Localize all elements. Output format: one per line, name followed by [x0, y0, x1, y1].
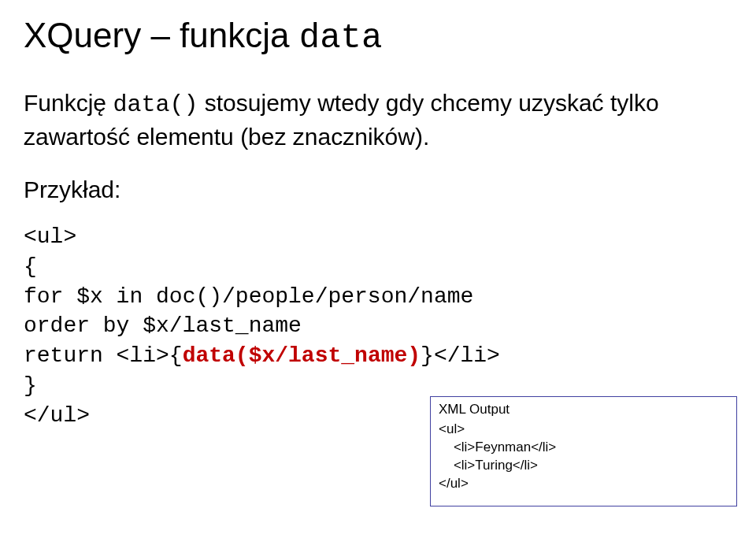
example-label: Przykład: [24, 176, 732, 203]
code-line-4: order by $x/last_name [24, 314, 302, 338]
description-paragraph: Funkcję data() stosujemy wtedy gdy chcem… [24, 87, 732, 153]
title-text: XQuery – funkcja [24, 16, 299, 54]
output-line-3: <li>Turing</li> [439, 458, 538, 473]
code-line-1: <ul> [24, 224, 76, 249]
output-title: XML Output [439, 402, 728, 417]
code-line-3: for $x in doc()/people/person/name [24, 284, 473, 309]
xml-output-box: XML Output <ul> <li>Feynman</li> <li>Tur… [430, 396, 737, 506]
output-code: <ul> <li>Feynman</li> <li>Turing</li> </… [439, 421, 728, 493]
output-line-2: <li>Feynman</li> [439, 440, 556, 455]
output-line-1: <ul> [439, 421, 465, 436]
title-code: data [299, 18, 383, 58]
code-line-5-post: }</li> [421, 343, 500, 368]
para-code: data() [113, 91, 198, 118]
code-line-6: } [24, 373, 37, 398]
code-line-2: { [24, 254, 37, 279]
para-pre: Funkcję [24, 90, 113, 116]
code-line-7: </ul> [24, 403, 90, 428]
slide-title: XQuery – funkcja data [24, 16, 732, 58]
output-line-4: </ul> [439, 476, 469, 491]
code-line-5-pre: return <li>{ [24, 343, 183, 368]
code-line-5-highlight: data($x/last_name) [183, 343, 421, 368]
